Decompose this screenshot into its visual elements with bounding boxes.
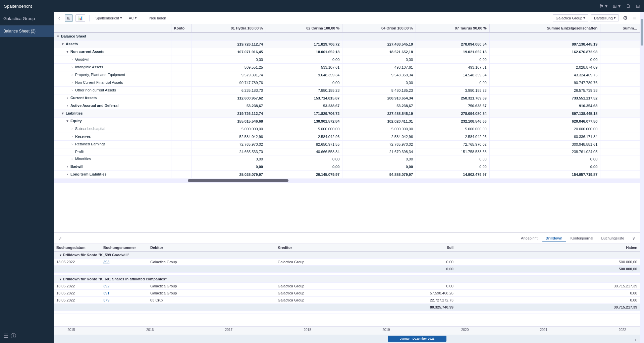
tab-kontenjournal[interactable]: Kontenjournal — [567, 235, 597, 242]
row-c3: 53.238,67 — [342, 102, 416, 110]
table-icon[interactable]: ⊟ — [636, 3, 640, 9]
table-row[interactable]: ▼Balance Sheet — [54, 32, 640, 41]
tab-angepinnt[interactable]: Angepinnt — [518, 235, 541, 242]
table-row[interactable]: Profit24.665.533,7040.666.558,3421.670.3… — [54, 148, 640, 155]
expand-icon[interactable]: ▼ — [60, 111, 65, 116]
document-icon[interactable]: 🗋 — [626, 3, 631, 9]
col-header-c4: 07 Taurus 90,00 % — [416, 24, 490, 32]
tab-buchungsliste[interactable]: Buchungsliste — [598, 235, 628, 242]
list-settings-button[interactable]: ≡ — [632, 14, 637, 22]
row-c1: 0,00 — [191, 56, 266, 64]
table-row[interactable]: ›Long term Liabilities25.025.079,9720.14… — [54, 171, 640, 179]
table-row[interactable]: ▼Assets219.726.112,74171.829.706,72227.4… — [54, 41, 640, 48]
row-c6 — [600, 94, 640, 102]
row-c3: 0,00 — [342, 56, 416, 64]
report-type-dropdown[interactable]: Spaltenbericht ▾ — [94, 15, 124, 21]
row-c2: 533.107,61 — [266, 64, 342, 71]
row-c6 — [600, 125, 640, 133]
expand-icon[interactable]: ▼ — [65, 119, 70, 124]
filter-button[interactable]: ⊽ — [630, 235, 637, 242]
spacer-row — [54, 311, 640, 314]
timeline-options[interactable]: ⋮ — [634, 339, 637, 342]
flag-icon[interactable]: ⚑ ▾ — [599, 3, 607, 9]
horizontal-scrollbar-thumb[interactable] — [188, 179, 288, 182]
row-c6 — [600, 102, 640, 110]
row-c3: 0,00 — [342, 163, 416, 171]
row-c3: 72.765.970,02 — [342, 141, 416, 148]
table-row[interactable]: ▼Equity155.015.546,68130.901.572,84102.0… — [54, 118, 640, 125]
table-row[interactable]: ›Goodwill0,000,000,000,000,00 — [54, 56, 640, 64]
sidebar-company: Galactica Group — [0, 12, 54, 25]
reload-button[interactable]: Neu laden — [147, 15, 168, 21]
row-name: ▼Liabilities — [54, 110, 171, 118]
grid-icon[interactable]: ⊞ ▾ — [613, 3, 621, 9]
expand-icon[interactable]: › — [70, 88, 74, 93]
table-row[interactable]: ›Non Current Financial Assets90.747.789,… — [54, 79, 640, 87]
scrollbar-thumb[interactable] — [641, 19, 643, 46]
table-row[interactable]: ›Active Accrual and Deferral53.238,6753.… — [54, 102, 640, 110]
table-row[interactable]: ›Other non current Assets6.235.183,707.8… — [54, 87, 640, 94]
table-row[interactable]: ›Property, Plant and Equipment9.579.391,… — [54, 71, 640, 79]
row-c4: 3.980.185,23 — [416, 87, 490, 94]
table-row[interactable]: ▼Liabilities219.726.112,74171.829.706,72… — [54, 110, 640, 118]
expand-icon[interactable]: › — [65, 164, 70, 169]
company-label: Galactica Group — [556, 16, 582, 20]
settings-button[interactable]: ⚙ — [622, 13, 629, 22]
expand-icon[interactable]: › — [70, 73, 74, 77]
chart-view-button[interactable]: 📊 — [75, 14, 85, 22]
table-row[interactable]: ›Current Assets112.600.957,62153.714.815… — [54, 94, 640, 102]
expand-icon[interactable]: › — [70, 65, 74, 70]
booking-number-link[interactable]: 393 — [103, 260, 109, 264]
expand-icon[interactable]: ▼ — [60, 42, 65, 47]
row-c5: 733.551.217,52 — [489, 94, 600, 102]
sidebar-item-balance-sheet[interactable]: Balance Sheet (2) — [0, 25, 54, 37]
ac-dropdown[interactable]: AC ▾ — [127, 15, 139, 21]
display-dropdown[interactable]: Darstellung ▾ — [591, 14, 619, 21]
expand-icon[interactable]: › — [70, 80, 74, 85]
row-debitor: 03 Crux — [148, 297, 275, 304]
expand-icon[interactable]: ▼ — [56, 34, 60, 39]
row-c5: 897.138.445,18 — [489, 110, 600, 118]
row-c6 — [600, 48, 640, 56]
col-kreditor: Kreditor — [275, 244, 402, 252]
expand-bottom-button[interactable]: ⤢ — [56, 235, 64, 242]
horizontal-scrollbar[interactable] — [54, 179, 640, 183]
table-row[interactable]: ›Badwill0,000,000,000,000,00 — [54, 163, 640, 171]
expand-icon[interactable]: › — [65, 172, 70, 177]
row-c1: 107.071.916,45 — [191, 48, 266, 56]
expand-icon[interactable]: › — [70, 134, 74, 139]
booking-number-link[interactable]: 391 — [103, 291, 109, 295]
booking-number-link[interactable]: 392 — [103, 284, 109, 288]
menu-icon[interactable]: ☰ — [3, 333, 8, 340]
back-button[interactable]: ‹ — [56, 14, 62, 22]
expand-icon[interactable]: › — [65, 104, 70, 108]
table-body: ▼Balance Sheet▼Assets219.726.112,74171.8… — [54, 32, 640, 179]
ac-label: AC — [129, 16, 134, 20]
timeline-highlight[interactable]: Januar - Dezember 2021 — [388, 336, 446, 342]
booking-number-link[interactable]: 379 — [103, 298, 109, 302]
table-row[interactable]: ›Intangible Assets509.551,25533.107,6149… — [54, 64, 640, 71]
expand-icon[interactable]: › — [65, 96, 70, 100]
row-c3: 18.521.652,18 — [342, 48, 416, 56]
row-c5: 43.324.469,75 — [489, 71, 600, 79]
row-c4: 0,00 — [416, 163, 490, 171]
expand-icon[interactable]: › — [70, 142, 74, 147]
row-c4: 258.321.789,69 — [416, 94, 490, 102]
vertical-scrollbar[interactable] — [640, 12, 644, 343]
col-header-c5: Summe Einzelgesellschaften — [489, 24, 600, 32]
table-row[interactable]: ▼Non current Assets107.071.916,4518.061.… — [54, 48, 640, 56]
row-c1: 0,00 — [191, 155, 266, 163]
expand-icon[interactable]: ▼ — [65, 50, 70, 54]
expand-icon[interactable]: › — [70, 157, 74, 161]
table-view-button[interactable]: ⊞ — [65, 14, 73, 22]
table-row[interactable]: ›Reserves52.584.042,962.584.042,962.584.… — [54, 133, 640, 141]
company-dropdown[interactable]: Galactica Group ▾ — [553, 14, 588, 21]
table-row[interactable]: ›Subscribed capital5.000.000,005.000.000… — [54, 125, 640, 133]
info-icon[interactable]: ⓘ — [11, 333, 16, 340]
row-c2: 9.648.359,34 — [266, 71, 342, 79]
tab-drilldown[interactable]: Drilldown — [542, 235, 566, 242]
table-row[interactable]: ›Retained Earnings72.765.970,0282.650.97… — [54, 141, 640, 148]
expand-icon[interactable]: › — [70, 127, 74, 131]
table-row[interactable]: ›Minorities0,000,000,000,000,00 — [54, 155, 640, 163]
expand-icon[interactable]: › — [70, 57, 74, 62]
